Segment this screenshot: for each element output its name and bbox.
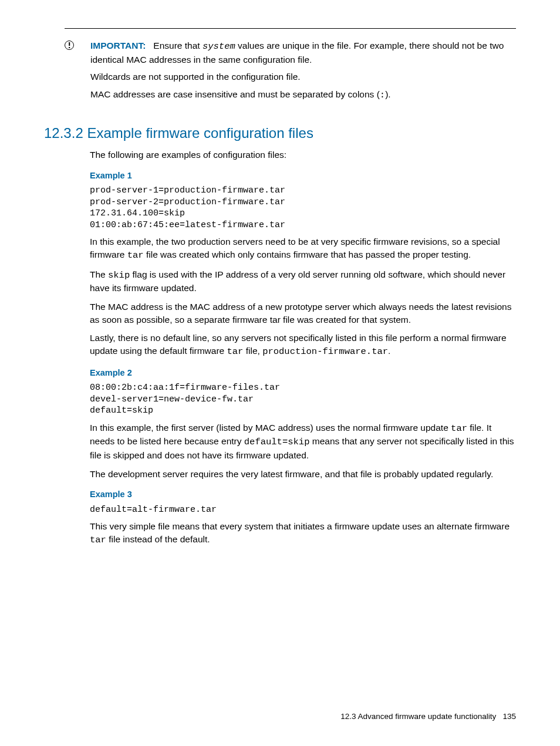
text: ). bbox=[385, 89, 390, 99]
code-skip: skip bbox=[108, 270, 130, 281]
code-tar: tar bbox=[90, 535, 106, 545]
important-line-1: IMPORTANT: Ensure that system values are… bbox=[90, 39, 516, 66]
important-label: IMPORTANT: bbox=[90, 40, 146, 50]
example-1-p3: The MAC address is the MAC address of a … bbox=[90, 301, 516, 326]
example-1-code: prod-server-1=production-firmware.tar pr… bbox=[90, 185, 516, 231]
code-tar: tar bbox=[227, 346, 244, 357]
text: file instead of the default. bbox=[106, 534, 210, 544]
text: MAC addresses are case insensitive and m… bbox=[90, 89, 380, 99]
horizontal-rule bbox=[65, 28, 516, 29]
example-3-code: default=alt-firmware.tar bbox=[90, 504, 516, 516]
text: file, bbox=[243, 346, 262, 356]
code-default-skip: default=skip bbox=[244, 437, 310, 447]
example-2-label: Example 2 bbox=[90, 367, 516, 379]
text: In this example, the first server (liste… bbox=[90, 423, 451, 433]
example-3-p1: This very simple file means that every s… bbox=[90, 520, 516, 546]
footer-section: 12.3 Advanced firmware update functional… bbox=[340, 712, 496, 721]
page-footer: 12.3 Advanced firmware update functional… bbox=[340, 711, 516, 723]
important-callout: IMPORTANT: Ensure that system values are… bbox=[44, 39, 516, 107]
example-1-label: Example 1 bbox=[90, 170, 516, 181]
example-3-label: Example 3 bbox=[90, 488, 516, 500]
important-icon bbox=[65, 40, 74, 50]
example-1-p4: Lastly, there is no default line, so any… bbox=[90, 332, 516, 358]
example-2-p2: The development server requires the very… bbox=[90, 468, 516, 481]
code-tar: tar bbox=[451, 423, 467, 434]
text: . bbox=[388, 346, 390, 356]
example-1-p2: The skip flag is used with the IP addres… bbox=[90, 268, 516, 295]
text: values are unique in the file. For examp… bbox=[90, 40, 504, 65]
code-filename: production-firmware.tar bbox=[262, 346, 388, 357]
important-text: IMPORTANT: Ensure that system values are… bbox=[90, 39, 516, 107]
footer-page-number: 135 bbox=[502, 712, 516, 721]
text: The bbox=[90, 269, 108, 279]
code-tar: tar bbox=[127, 250, 144, 261]
important-line-2: Wildcards are not supported in the confi… bbox=[90, 70, 516, 83]
section-heading: 12.3.2 Example firmware configuration fi… bbox=[44, 123, 516, 143]
example-2-p1: In this example, the first server (liste… bbox=[90, 421, 516, 462]
intro-text: The following are examples of configurat… bbox=[90, 148, 516, 161]
example-1-p1: In this example, the two production serv… bbox=[90, 235, 516, 262]
code-system: system bbox=[203, 41, 235, 52]
text: flag is used with the IP address of a ve… bbox=[90, 269, 505, 293]
section-body: The following are examples of configurat… bbox=[90, 148, 516, 546]
code-colon: : bbox=[380, 90, 385, 100]
text: This very simple file means that every s… bbox=[90, 521, 510, 531]
text: file was created which only contains fir… bbox=[144, 249, 471, 259]
example-2-code: 08:00:2b:c4:aa:1f=firmware-files.tar dev… bbox=[90, 382, 516, 417]
text: Ensure that bbox=[153, 40, 203, 50]
important-line-3: MAC addresses are case insensitive and m… bbox=[90, 88, 516, 102]
